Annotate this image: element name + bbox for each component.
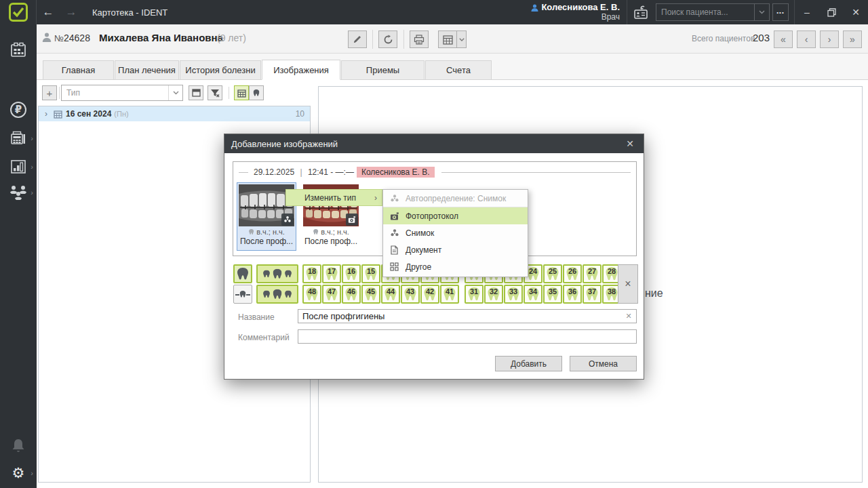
context-menu-change-type[interactable]: Изменить тип › — [285, 189, 382, 206]
bell-icon — [9, 437, 27, 455]
minimize-button[interactable]: – — [795, 0, 819, 24]
restore-button[interactable] — [819, 0, 844, 24]
add-image-button[interactable]: + — [42, 85, 57, 100]
patient-icon — [42, 33, 52, 42]
tooth-47-button[interactable]: 47 — [322, 285, 341, 304]
tab-plan-lecheniya[interactable]: План лечения — [115, 60, 179, 80]
tab-istoriya-bolezni[interactable]: История болезни — [180, 60, 261, 80]
group-count: 10 — [296, 109, 304, 119]
pager-last-button[interactable]: » — [843, 30, 862, 48]
appointments-dropdown-chevron[interactable] — [456, 30, 467, 48]
image-group-row[interactable]: › 16 сен 2024 (Пн) 10 — [39, 106, 310, 121]
tooth-45-button[interactable]: 45 — [361, 285, 380, 304]
tooth-44-button[interactable]: 44 — [381, 285, 400, 304]
radiation-icon — [389, 228, 399, 238]
tab-izobrazheniya[interactable]: Изображения — [262, 60, 340, 80]
edit-patient-button[interactable] — [348, 30, 367, 48]
photo-type-badge — [346, 214, 358, 226]
expand-chevron-icon[interactable]: › — [39, 109, 54, 119]
pager-first-button[interactable]: « — [774, 30, 793, 48]
pager-prev-button[interactable]: ‹ — [797, 30, 816, 48]
images-toolbar: + Тип — [37, 80, 321, 106]
patient-card-return-button[interactable] — [627, 0, 654, 24]
tooth-35-button[interactable]: 35 — [543, 285, 562, 304]
tab-glavnaya[interactable]: Главная — [43, 60, 114, 80]
back-arrow-icon[interactable]: ← — [37, 5, 60, 19]
tooth-41-button[interactable]: 41 — [440, 285, 459, 304]
current-user[interactable]: Колесникова Е. В. Врач — [531, 3, 620, 22]
change-type-label: Изменить тип — [286, 193, 374, 203]
tooth-18-button[interactable]: 18 — [302, 264, 321, 283]
sidebar-item-reports[interactable]: › — [0, 155, 37, 179]
tooth-26-button[interactable]: 26 — [563, 264, 582, 283]
clear-teeth-button[interactable]: × — [618, 264, 638, 304]
name-field-input[interactable] — [298, 309, 637, 323]
comment-field-input[interactable] — [298, 329, 637, 344]
pencil-icon — [353, 35, 362, 44]
type-filter-combobox[interactable]: Тип — [61, 85, 183, 101]
tooth-37-button[interactable]: 37 — [583, 285, 601, 304]
lower-jaw-toggle[interactable] — [233, 285, 252, 304]
dialog-title-bar[interactable]: Добавление изображений ✕ — [224, 134, 644, 153]
menu-item-other[interactable]: Другое — [383, 258, 528, 275]
cancel-button[interactable]: Отмена — [570, 356, 637, 371]
close-button[interactable]: ✕ — [844, 0, 868, 24]
add-images-dialog: Добавление изображений ✕ 29.12.2025 | 12… — [224, 134, 644, 380]
sidebar-item-payments[interactable]: ₽ — [0, 98, 37, 122]
clear-name-icon[interactable]: ✕ — [623, 309, 634, 323]
patient-age: (9 лет) — [217, 33, 246, 43]
thumbnail-name: После проф... — [302, 237, 360, 246]
menu-item-snapshot[interactable]: Снимок — [383, 224, 528, 241]
tooth-48-button[interactable]: 48 — [302, 285, 321, 304]
tooth-17-button[interactable]: 17 — [322, 264, 341, 283]
patient-header: № 24628 Михалева Яна Ивановна (9 лет) Вс… — [37, 24, 868, 54]
menu-item-document[interactable]: Документ — [383, 241, 528, 258]
sidebar-item-cashbox[interactable]: › — [0, 126, 37, 150]
dialog-close-icon[interactable]: ✕ — [623, 138, 637, 149]
search-dropdown-chevron-icon[interactable] — [754, 4, 769, 20]
tooth-31-button[interactable]: 31 — [465, 285, 484, 304]
print-button[interactable] — [410, 30, 429, 48]
session-date: 29.12.2025 — [254, 167, 294, 177]
clear-filter-button[interactable] — [208, 85, 222, 100]
pager-next-button[interactable]: › — [820, 30, 839, 48]
upper-jaw-toggle[interactable] — [233, 264, 252, 283]
tab-scheta[interactable]: Счета — [425, 60, 492, 80]
add-button[interactable]: Добавить — [495, 356, 562, 371]
more-options-button[interactable]: ••• — [772, 3, 789, 21]
lower-all-teeth-toggle[interactable] — [256, 285, 298, 304]
patient-search-input[interactable] — [656, 7, 754, 17]
schedule-icon — [9, 41, 28, 60]
cashbox-icon — [9, 129, 27, 147]
sidebar-item-schedule[interactable] — [0, 38, 37, 62]
tooth-25-button[interactable]: 25 — [543, 264, 562, 283]
group-by-date-toggle[interactable] — [234, 85, 249, 100]
tooth-33-button[interactable]: 33 — [504, 285, 523, 304]
group-by-tooth-toggle[interactable] — [249, 85, 264, 100]
tooth-43-button[interactable]: 43 — [401, 285, 420, 304]
tooth-42-button[interactable]: 42 — [420, 285, 439, 304]
tooth-27-button[interactable]: 27 — [583, 264, 601, 283]
app-logo[interactable] — [0, 0, 37, 24]
tooth-36-button[interactable]: 36 — [563, 285, 582, 304]
collapse-groups-button[interactable] — [189, 85, 203, 100]
sidebar-item-notifications[interactable] — [0, 434, 37, 458]
sidebar-item-staff[interactable]: › — [0, 180, 37, 205]
sidebar-item-settings[interactable]: ⚙ › — [0, 461, 37, 485]
menu-item-photoprotocol[interactable]: Фотопротокол — [383, 207, 528, 224]
upper-all-teeth-toggle[interactable] — [256, 264, 298, 283]
tooth-32-button[interactable]: 32 — [484, 285, 503, 304]
tooth-34-button[interactable]: 34 — [524, 285, 542, 304]
forward-arrow-icon[interactable]: → — [60, 5, 83, 19]
type-filter-placeholder: Тип — [62, 88, 168, 98]
session-header: 29.12.2025 | 12:41 - —:— Колесникова Е. … — [239, 165, 631, 179]
tooth-46-button[interactable]: 46 — [342, 285, 361, 304]
tooth-16-button[interactable]: 16 — [342, 264, 361, 283]
tooth-15-button[interactable]: 15 — [361, 264, 380, 283]
tab-priemy[interactable]: Приемы — [341, 60, 425, 80]
patient-number: 24628 — [64, 33, 90, 43]
tooth-icon — [248, 229, 254, 235]
appointments-grid-button[interactable] — [438, 30, 457, 48]
refresh-button[interactable] — [378, 30, 397, 48]
session-time: 12:41 - —:— — [308, 167, 354, 177]
